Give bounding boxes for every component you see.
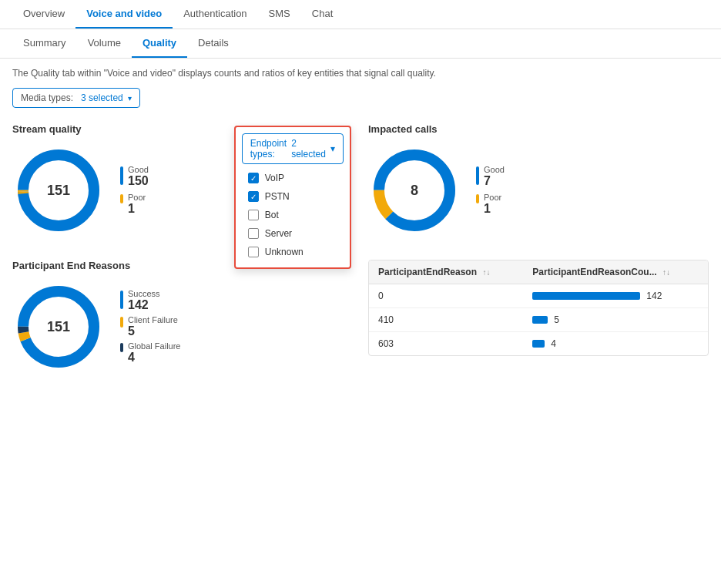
count-bar <box>532 340 545 348</box>
participant-legend: Success 142 Client Failure 5 <box>120 289 180 365</box>
endpoint-types-filter-header[interactable]: Endpoint types: 2 selected ▾ <box>242 133 344 164</box>
option-server[interactable]: Server <box>236 224 350 243</box>
table-row: 410 5 <box>369 308 708 332</box>
global-failure-label: Global Failure <box>128 341 180 351</box>
impacted-calls-total: 8 <box>411 183 418 199</box>
good-label: Good <box>128 165 149 174</box>
bar-cell: 4 <box>532 338 699 349</box>
success-legend: Success 142 <box>120 289 180 312</box>
stream-quality-total: 151 <box>47 183 70 199</box>
tab-details[interactable]: Details <box>187 29 240 58</box>
media-types-label: Media types: <box>21 92 73 103</box>
tab-volume[interactable]: Volume <box>77 29 132 58</box>
top-nav: Overview Voice and video Authentication … <box>0 0 721 29</box>
good-legend-text: Good 150 <box>128 165 149 188</box>
server-checkbox[interactable] <box>248 228 259 239</box>
media-types-filter[interactable]: Media types: 3 selected ▾ <box>12 88 140 108</box>
impacted-calls-section: Impacted calls 8 <box>368 123 709 237</box>
col-count-header[interactable]: ParticipantEndReasonCou... ↑↓ <box>523 260 708 284</box>
check-icon-pstn: ✓ <box>250 193 257 201</box>
pstn-checkbox[interactable]: ✓ <box>248 191 259 202</box>
client-failure-label: Client Failure <box>128 315 178 324</box>
bar-cell: 142 <box>532 291 699 301</box>
global-failure-legend: Global Failure 4 <box>120 341 180 365</box>
impacted-good-count: 7 <box>484 174 505 188</box>
impacted-good-legend: Good 7 <box>476 165 505 188</box>
option-unknown[interactable]: Unknown <box>236 243 350 261</box>
filters-bar: Media types: 3 selected ▾ Endpoint types… <box>12 88 709 108</box>
stream-poor-legend: Poor 1 <box>120 193 149 216</box>
media-types-chevron-icon: ▾ <box>128 94 132 102</box>
charts-row: Stream quality <box>12 123 709 237</box>
option-bot[interactable]: Bot <box>236 206 350 224</box>
stream-quality-donut: 151 <box>12 144 105 237</box>
good-bar-indicator <box>120 166 123 185</box>
participant-total: 151 <box>47 319 70 335</box>
reason-cell: 603 <box>369 332 523 356</box>
stream-good-legend: Good 150 <box>120 165 149 188</box>
participant-chart: 151 Success 142 Client Failure <box>12 281 353 373</box>
impacted-good-bar <box>476 166 479 185</box>
impacted-calls-legend: Good 7 Poor 1 <box>476 165 505 216</box>
poor-bar-indicator <box>120 194 123 203</box>
impacted-poor-text: Poor 1 <box>484 193 501 216</box>
nav-overview[interactable]: Overview <box>12 0 75 29</box>
nav-sms[interactable]: SMS <box>258 0 301 29</box>
col1-sort-icon[interactable]: ↑↓ <box>482 268 490 277</box>
participant-table-section: ParticipantEndReason ↑↓ ParticipantEndRe… <box>368 260 709 373</box>
bot-label: Bot <box>265 210 279 220</box>
count-bar <box>532 292 640 300</box>
count-cell: 142 <box>523 284 708 308</box>
sub-nav: Summary Volume Quality Details <box>0 29 721 59</box>
impacted-calls-title: Impacted calls <box>368 123 709 135</box>
client-failure-legend: Client Failure 5 <box>120 315 180 338</box>
client-failure-text: Client Failure 5 <box>128 315 178 338</box>
voip-label: VoIP <box>265 173 284 183</box>
nav-voice-and-video[interactable]: Voice and video <box>75 0 173 29</box>
voip-checkbox[interactable]: ✓ <box>248 173 259 183</box>
impacted-calls-donut: 8 <box>368 144 461 237</box>
client-failure-bar <box>120 317 123 328</box>
count-cell: 4 <box>523 332 708 356</box>
impacted-poor-legend: Poor 1 <box>476 193 505 216</box>
tab-quality[interactable]: Quality <box>132 29 187 58</box>
table-row: 603 4 <box>369 332 708 356</box>
unknown-label: Unknown <box>265 247 303 257</box>
main-content: The Quality tab within "Voice and video"… <box>0 59 721 382</box>
global-failure-text: Global Failure 4 <box>128 341 180 365</box>
reason-cell: 0 <box>369 284 523 308</box>
bot-checkbox[interactable] <box>248 210 259 220</box>
bar-cell: 5 <box>532 314 699 325</box>
count-cell: 5 <box>523 308 708 332</box>
impacted-poor-bar <box>476 194 479 203</box>
page-description: The Quality tab within "Voice and video"… <box>12 68 709 79</box>
option-pstn[interactable]: ✓ PSTN <box>236 187 350 206</box>
poor-legend-text: Poor 1 <box>128 193 146 216</box>
endpoint-types-label: Endpoint types: <box>250 138 287 160</box>
count-value: 142 <box>646 291 662 301</box>
impacted-good-label: Good <box>484 165 505 174</box>
col-reason-header[interactable]: ParticipantEndReason ↑↓ <box>369 260 523 284</box>
impacted-poor-count: 1 <box>484 202 501 216</box>
good-count: 150 <box>128 174 149 188</box>
endpoint-types-value: 2 selected <box>291 138 326 160</box>
success-label: Success <box>128 289 160 298</box>
participant-table-container: ParticipantEndReason ↑↓ ParticipantEndRe… <box>368 260 709 356</box>
global-failure-bar <box>120 343 123 352</box>
stream-quality-legend: Good 150 Poor 1 <box>120 165 149 216</box>
unknown-checkbox[interactable] <box>248 247 259 257</box>
nav-authentication[interactable]: Authentication <box>173 0 257 29</box>
count-value: 5 <box>554 314 559 325</box>
col2-sort-icon[interactable]: ↑↓ <box>662 268 670 277</box>
poor-label: Poor <box>128 193 146 202</box>
participant-table: ParticipantEndReason ↑↓ ParticipantEndRe… <box>369 260 708 355</box>
success-bar <box>120 291 123 309</box>
check-icon: ✓ <box>250 174 257 183</box>
nav-chat[interactable]: Chat <box>301 0 344 29</box>
pstn-label: PSTN <box>265 191 290 202</box>
media-types-value: 3 selected <box>81 92 123 103</box>
count-bar <box>532 316 548 324</box>
impacted-poor-label: Poor <box>484 193 501 202</box>
option-voip[interactable]: ✓ VoIP <box>236 169 350 187</box>
tab-summary[interactable]: Summary <box>12 29 77 58</box>
